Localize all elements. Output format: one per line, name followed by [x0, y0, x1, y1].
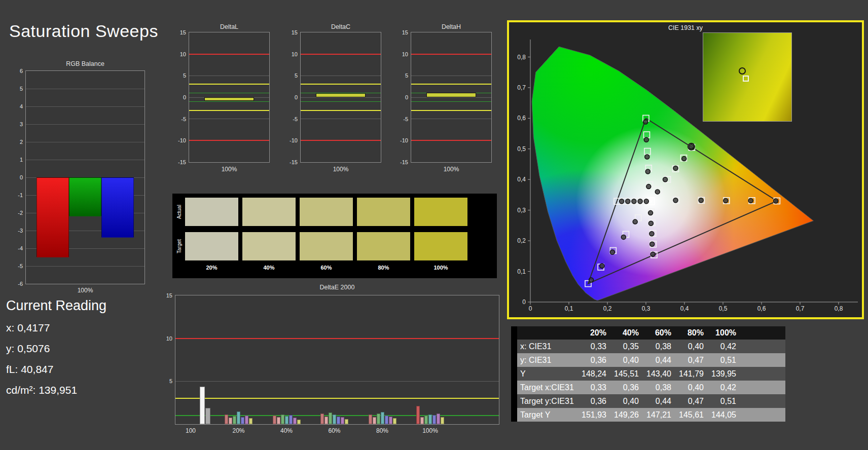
delta-bar	[316, 93, 366, 97]
table-cell: 0,51	[708, 353, 740, 367]
y-tick-label: -15	[178, 159, 186, 165]
cie-y-tick: 0,6	[517, 115, 526, 122]
row-label: Target x:CIE31	[517, 381, 578, 394]
gridline	[411, 76, 491, 76]
limit-green	[411, 101, 491, 102]
measured-point	[621, 235, 626, 239]
rgb-bar-green	[69, 177, 101, 216]
deltae-bar	[329, 413, 332, 424]
swatch-actual-100%	[414, 198, 467, 226]
table-cell: 0,40	[610, 394, 643, 408]
inset-target-square	[743, 76, 749, 82]
y-tick-label: 4	[20, 103, 23, 109]
row-indicator	[511, 353, 517, 367]
table-cell: 149,26	[610, 408, 643, 422]
limit-red	[189, 140, 269, 141]
deltae-bar	[289, 415, 293, 424]
table-header-cell: 100%	[708, 326, 740, 340]
gridline	[411, 119, 491, 119]
row-indicator	[511, 381, 517, 394]
x-tick-label: 20%	[232, 427, 244, 434]
delta-l-plot: 151050-5-10-15	[189, 32, 270, 163]
current-reading-y: y: 0,5076	[6, 343, 163, 355]
measurement-table: 20%40%60%80%100%x: CIE310,330,350,380,40…	[511, 326, 785, 422]
deltae-bar	[277, 417, 280, 424]
current-reading-x: x: 0,4177	[6, 322, 163, 334]
table-cell: 0,33	[578, 340, 610, 353]
rgb-balance-plot: 6543210-1-2-3-4-5-6	[25, 70, 145, 284]
y-tick-label: 15	[166, 292, 172, 298]
row-indicator	[511, 326, 517, 340]
table-cell: 0,35	[610, 340, 643, 353]
swatch-col-label: 20%	[185, 265, 238, 271]
deltae-bar	[337, 417, 340, 424]
swatch-actual-80%	[357, 198, 410, 226]
delta-h-plot: 151050-5-10-15	[411, 32, 492, 163]
measured-point	[632, 199, 636, 204]
deltae-bar	[241, 417, 244, 424]
cie-y-tick: 0,5	[517, 145, 526, 153]
deltae-bar	[333, 415, 336, 424]
deltae-bar	[369, 415, 372, 424]
gridline	[175, 381, 499, 382]
measured-point	[655, 190, 660, 194]
table-header-cell: 60%	[643, 326, 675, 340]
row-indicator	[511, 367, 517, 381]
deltae-bar	[273, 416, 276, 424]
delta-l-xlabel: 100%	[189, 166, 270, 173]
deltae-bar	[249, 418, 252, 424]
deltae-bar	[281, 415, 284, 424]
table-cell: 141,79	[675, 367, 708, 381]
table-cell: 147,21	[643, 408, 675, 422]
table-cell: 0,51	[708, 394, 740, 408]
swatch-row-label: Target	[176, 239, 182, 253]
table-cell: 148,24	[578, 367, 610, 381]
y-tick-label: 2	[20, 139, 23, 145]
deltae-bar	[437, 414, 440, 424]
table-cell: 151,93	[578, 408, 610, 422]
table-cell: 0,38	[643, 381, 675, 394]
limit-yellow	[411, 110, 491, 111]
y-tick-label: -5	[181, 116, 186, 122]
measured-point	[644, 137, 648, 142]
table-cell: 0,40	[675, 340, 708, 353]
y-tick-label: 0	[183, 94, 186, 100]
deltae-bar	[432, 415, 436, 424]
y-tick-label: 0	[295, 94, 298, 100]
deltae-bar	[428, 415, 432, 424]
delta-h-chart: DeltaH 151050-5-10-15 100%	[399, 23, 492, 175]
deltae-bar	[285, 416, 288, 424]
cie-x-tick: 0,6	[757, 305, 766, 312]
delta-h-xlabel: 100%	[411, 166, 492, 173]
delta-c-chart: DeltaC 151050-5-10-15 100%	[288, 23, 381, 175]
table-cell: 0,47	[675, 394, 708, 408]
table-header-row: 20%40%60%80%100%	[511, 326, 785, 340]
x-tick-label: 100%	[422, 427, 438, 434]
swatch-actual-20%	[185, 198, 238, 226]
rgb-balance-xlabel: 100%	[25, 287, 145, 294]
measured-point	[645, 169, 650, 174]
table-cell: 145,61	[675, 408, 708, 422]
delta-h-title: DeltaH	[411, 23, 492, 30]
limit-red	[411, 140, 491, 141]
table-row: Target Y151,93149,26147,21145,61144,05	[511, 408, 785, 422]
table-cell: 0,42	[708, 381, 740, 394]
measured-point	[663, 177, 668, 182]
swatch-target-40%	[242, 232, 296, 260]
measured-point	[673, 166, 678, 170]
swatch-row-label: Actual	[176, 205, 182, 219]
row-indicator	[511, 394, 517, 408]
table-cell: 0,38	[643, 340, 675, 353]
measured-point	[689, 144, 694, 149]
limit-yellow	[301, 110, 381, 111]
swatch-actual-60%	[300, 198, 353, 226]
delta-bar	[426, 93, 476, 97]
table-cell: 0,47	[675, 353, 708, 367]
table-cell: 139,95	[708, 367, 740, 381]
deltae-bar	[324, 417, 328, 424]
deltae-bar	[416, 406, 420, 424]
cie-y-tick: 0,8	[517, 54, 526, 61]
limit-red	[301, 54, 381, 55]
deltae-bar	[420, 417, 424, 424]
limit-yellow	[301, 84, 381, 85]
